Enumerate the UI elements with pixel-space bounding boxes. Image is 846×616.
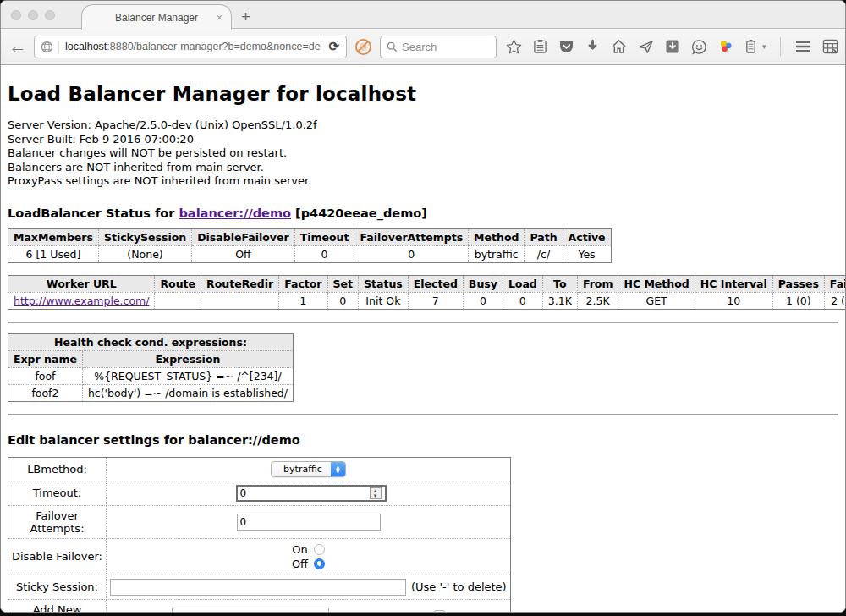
disable-failover-label: Disable Failover: bbox=[8, 538, 107, 575]
grid-extension-icon[interactable] bbox=[822, 39, 838, 54]
search-placeholder: Search bbox=[402, 41, 437, 53]
status-heading-prefix: LoadBalancer Status for bbox=[8, 206, 179, 220]
off-radio-button[interactable] bbox=[314, 558, 325, 569]
disable-failover-row: Disable Failover: On Off bbox=[8, 538, 511, 575]
content-block-icon[interactable] bbox=[354, 38, 372, 56]
color-dots-extension-icon[interactable] bbox=[718, 39, 733, 54]
toolbar-icons: ▾ bbox=[506, 37, 838, 56]
col-to: To bbox=[542, 275, 577, 292]
number-spinner-icon[interactable]: ▴▾ bbox=[370, 487, 382, 499]
search-icon bbox=[387, 41, 398, 52]
status-heading-suffix: [p4420eeae_demo] bbox=[291, 206, 427, 220]
col-status: Status bbox=[359, 275, 409, 292]
send-plane-icon[interactable] bbox=[638, 39, 654, 54]
val-passes: 1 (0) bbox=[772, 292, 824, 309]
health-header-row: Expr name Expression bbox=[8, 350, 294, 367]
browser-window: Balancer Manager × + ← localhost:8880/ba… bbox=[0, 0, 846, 613]
sticky-session-row: Sticky Session: (Use '-' to delete) bbox=[8, 575, 511, 599]
add-worker-input[interactable] bbox=[172, 608, 329, 613]
col-path: Path bbox=[525, 228, 563, 245]
add-worker-row: Add New Worker: Are you sure? bbox=[8, 599, 511, 613]
window-controls bbox=[11, 10, 55, 20]
expr-value-2: hc('body') =~ /domain is established/ bbox=[82, 384, 293, 401]
loadbalancer-status-heading: LoadBalancer Status for balancer://demo … bbox=[8, 206, 838, 220]
val-failoverattempts: 0 bbox=[354, 245, 469, 262]
divider bbox=[8, 322, 838, 323]
tab-close-icon[interactable]: × bbox=[216, 11, 222, 24]
new-tab-button[interactable]: + bbox=[241, 8, 250, 26]
pocket-icon[interactable] bbox=[558, 40, 574, 54]
col-from: From bbox=[577, 275, 618, 292]
home-icon[interactable] bbox=[611, 39, 627, 54]
feedback-smiley-icon[interactable] bbox=[691, 39, 707, 55]
timeout-input[interactable] bbox=[236, 485, 387, 502]
worker-table: Worker URL Route RouteRedir Factor Set S… bbox=[8, 275, 845, 310]
col-route: Route bbox=[155, 275, 201, 292]
minimize-window-button[interactable] bbox=[28, 10, 38, 20]
select-stepper-icon: ▲▼ bbox=[331, 461, 345, 477]
failover-attempts-input[interactable] bbox=[237, 514, 381, 531]
panel-download-icon[interactable] bbox=[665, 39, 680, 54]
timeout-row: Timeout: ▴▾ bbox=[8, 481, 511, 505]
val-elected: 7 bbox=[408, 292, 463, 309]
dropdown-caret-icon[interactable]: ▾ bbox=[762, 42, 766, 51]
timeout-label: Timeout: bbox=[8, 481, 107, 505]
balancer-summary-header-row: MaxMembers StickySession DisableFailover… bbox=[8, 228, 612, 245]
col-stickysession: StickySession bbox=[98, 228, 191, 245]
balancer-demo-link[interactable]: balancer://demo bbox=[179, 206, 291, 220]
sticky-session-input[interactable] bbox=[110, 579, 406, 596]
divider bbox=[8, 414, 838, 415]
menu-hamburger-icon[interactable] bbox=[794, 40, 811, 53]
tab-balancer-manager[interactable]: Balancer Manager × bbox=[81, 4, 232, 30]
val-stickysession: (None) bbox=[98, 245, 191, 262]
url-bar[interactable]: localhost:8880/balancer-manager?b=demo&n… bbox=[34, 36, 347, 58]
downloads-icon[interactable] bbox=[585, 39, 600, 54]
col-failoverattempts: FailoverAttempts bbox=[354, 228, 469, 245]
col-elected: Elected bbox=[408, 275, 463, 292]
val-hc-method: GET bbox=[618, 292, 695, 309]
val-load: 0 bbox=[503, 292, 542, 309]
worker-url-link[interactable]: http://www.example.com/ bbox=[14, 294, 149, 307]
are-you-sure-checkbox[interactable] bbox=[434, 610, 445, 613]
reading-list-icon[interactable] bbox=[533, 39, 547, 54]
reload-icon[interactable]: ⟳ bbox=[321, 39, 346, 54]
val-active: Yes bbox=[563, 245, 611, 262]
battery-extension-icon[interactable] bbox=[744, 39, 757, 54]
navigation-toolbar: ← localhost:8880/balancer-manager?b=demo… bbox=[1, 29, 845, 65]
val-timeout: 0 bbox=[294, 245, 354, 262]
col-load: Load bbox=[503, 275, 542, 292]
server-built-line: Server Built: Feb 9 2016 07:00:20 bbox=[8, 133, 838, 147]
val-hc-interval: 10 bbox=[695, 292, 772, 309]
search-bar[interactable]: Search bbox=[380, 36, 497, 58]
health-table-title: Health check cond. expressions: bbox=[8, 333, 294, 350]
health-check-table: Health check cond. expressions: Expr nam… bbox=[8, 333, 294, 402]
col-hc-method: HC Method bbox=[618, 275, 695, 292]
col-disablefailover: DisableFailover bbox=[192, 228, 294, 245]
on-radio-button[interactable] bbox=[314, 544, 325, 555]
col-busy: Busy bbox=[463, 275, 503, 292]
url-input[interactable]: localhost:8880/balancer-manager?b=demo&n… bbox=[59, 41, 321, 52]
val-to: 3.1K bbox=[542, 292, 577, 309]
failover-attempts-label: Failover Attempts: bbox=[8, 505, 107, 538]
col-passes: Passes bbox=[772, 275, 824, 292]
val-maxmembers: 6 [1 Used] bbox=[8, 245, 99, 262]
close-window-button[interactable] bbox=[11, 10, 21, 20]
tab-title: Balancer Manager bbox=[115, 12, 198, 24]
persist-note-line: Balancer changes will NOT be persisted o… bbox=[8, 146, 838, 161]
zoom-window-button[interactable] bbox=[45, 10, 55, 20]
val-busy: 0 bbox=[463, 292, 503, 309]
val-routeredir bbox=[201, 292, 279, 309]
lbmethod-select[interactable]: bytraffic ▲▼ bbox=[271, 461, 346, 477]
val-factor: 1 bbox=[279, 292, 327, 309]
val-path: /c/ bbox=[525, 245, 563, 262]
expr-name-1: foof bbox=[8, 367, 83, 384]
on-radio-label: On bbox=[292, 543, 307, 556]
back-button[interactable]: ← bbox=[8, 36, 28, 57]
worker-data-row: http://www.example.com/ 1 0 Init Ok 7 0 … bbox=[8, 292, 846, 309]
col-active: Active bbox=[563, 228, 611, 245]
val-status: Init Ok bbox=[359, 292, 409, 309]
toolbar-separator bbox=[780, 37, 781, 56]
col-routeredir: RouteRedir bbox=[201, 275, 279, 292]
col-set: Set bbox=[327, 275, 358, 292]
bookmark-star-icon[interactable] bbox=[506, 39, 522, 55]
